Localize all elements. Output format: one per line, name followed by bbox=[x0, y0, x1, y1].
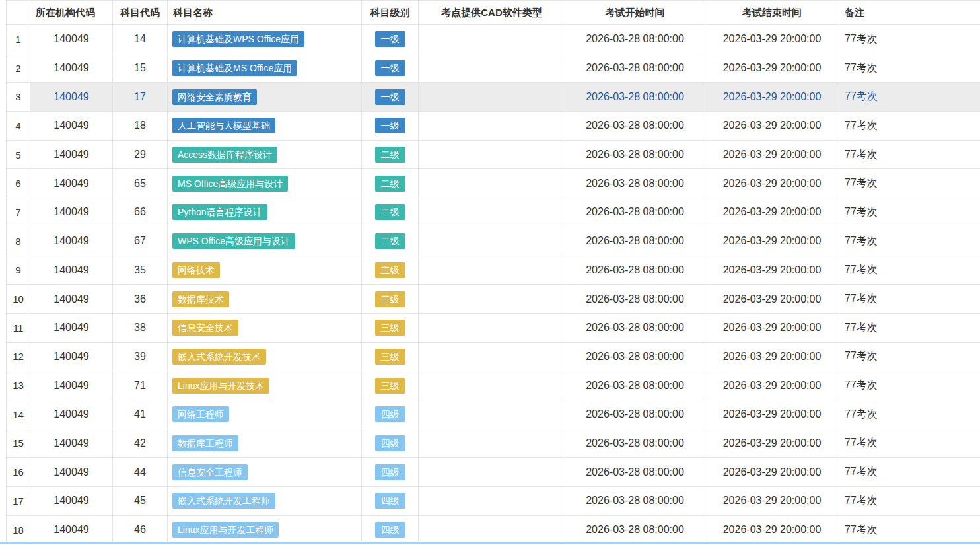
note-cell: 77考次 bbox=[839, 112, 980, 141]
subject-name-badge[interactable]: 信息安全工程师 bbox=[172, 464, 248, 480]
col-header-subject-level: 科目级别 bbox=[362, 1, 419, 25]
table-row[interactable]: 7 140049 66 Python语言程序设计 二级 2026-03-28 0… bbox=[7, 198, 980, 227]
cad-type-cell bbox=[419, 515, 565, 544]
note-cell: 77考次 bbox=[839, 285, 980, 314]
subject-code-cell: 44 bbox=[113, 458, 168, 487]
subject-code-cell: 15 bbox=[113, 54, 168, 83]
subject-name-badge[interactable]: Linux应用与开发技术 bbox=[172, 378, 269, 394]
cad-type-cell bbox=[419, 169, 565, 198]
table-row[interactable]: 6 140049 65 MS Office高级应用与设计 二级 2026-03-… bbox=[7, 169, 980, 198]
subject-level-badge: 三级 bbox=[375, 291, 405, 307]
subject-name-badge[interactable]: 计算机基础及MS Office应用 bbox=[172, 60, 297, 76]
subject-code-cell: 38 bbox=[113, 313, 168, 342]
subject-name-badge[interactable]: 数据库工程师 bbox=[172, 435, 238, 451]
col-header-row-num bbox=[7, 1, 30, 25]
end-time-cell: 2026-03-29 20:00:00 bbox=[705, 83, 839, 112]
org-code-cell: 140049 bbox=[30, 515, 113, 544]
table-row[interactable]: 15 140049 42 数据库工程师 四级 2026-03-28 08:00:… bbox=[7, 429, 980, 458]
cad-type-cell bbox=[419, 112, 565, 141]
org-code-cell: 140049 bbox=[30, 140, 113, 169]
subject-name-badge[interactable]: Python语言程序设计 bbox=[172, 204, 267, 220]
end-time-cell: 2026-03-29 20:00:00 bbox=[705, 429, 839, 458]
row-number: 15 bbox=[7, 429, 30, 458]
start-time-cell: 2026-03-28 08:00:00 bbox=[565, 169, 705, 198]
table-row[interactable]: 8 140049 67 WPS Office高级应用与设计 二级 2026-03… bbox=[7, 227, 980, 256]
table-row[interactable]: 4 140049 18 人工智能与大模型基础 一级 2026-03-28 08:… bbox=[7, 112, 980, 141]
table-row[interactable]: 17 140049 45 嵌入式系统开发工程师 四级 2026-03-28 08… bbox=[7, 487, 980, 516]
start-time-cell: 2026-03-28 08:00:00 bbox=[565, 342, 705, 371]
table-row[interactable]: 10 140049 36 数据库技术 三级 2026-03-28 08:00:0… bbox=[7, 285, 980, 314]
subject-level-badge: 一级 bbox=[375, 31, 405, 47]
org-code-cell: 140049 bbox=[30, 169, 113, 198]
cad-type-cell bbox=[419, 371, 565, 400]
cad-type-cell bbox=[419, 140, 565, 169]
note-cell: 77考次 bbox=[839, 342, 980, 371]
start-time-cell: 2026-03-28 08:00:00 bbox=[565, 227, 705, 256]
subject-name-badge[interactable]: 网络安全素质教育 bbox=[172, 89, 257, 105]
start-time-cell: 2026-03-28 08:00:00 bbox=[565, 112, 705, 141]
subject-name-badge[interactable]: 嵌入式系统开发工程师 bbox=[172, 493, 275, 509]
subject-name-badge[interactable]: MS Office高级应用与设计 bbox=[172, 176, 288, 192]
org-code-cell: 140049 bbox=[30, 256, 113, 285]
subject-name-badge[interactable]: 信息安全技术 bbox=[172, 320, 238, 336]
subject-name-badge[interactable]: 数据库技术 bbox=[172, 291, 229, 307]
table-row[interactable]: 18 140049 46 Linux应用与开发工程师 四级 2026-03-28… bbox=[7, 515, 980, 544]
row-number: 4 bbox=[7, 112, 30, 141]
subject-name-badge[interactable]: 计算机基础及WPS Office应用 bbox=[172, 31, 304, 47]
cad-type-cell bbox=[419, 198, 565, 227]
subject-name-badge[interactable]: Linux应用与开发工程师 bbox=[172, 522, 279, 538]
org-code-cell: 140049 bbox=[30, 313, 113, 342]
note-cell: 77考次 bbox=[839, 256, 980, 285]
org-code-cell: 140049 bbox=[30, 227, 113, 256]
subject-level-badge: 一级 bbox=[375, 118, 405, 133]
table-row[interactable]: 5 140049 29 Access数据库程序设计 二级 2026-03-28 … bbox=[7, 140, 980, 169]
row-number: 3 bbox=[7, 83, 30, 112]
subject-level-badge: 三级 bbox=[375, 320, 405, 336]
subject-level-badge: 四级 bbox=[375, 464, 405, 480]
subject-level-badge: 二级 bbox=[375, 147, 405, 163]
table-row[interactable]: 2 140049 15 计算机基础及MS Office应用 一级 2026-03… bbox=[7, 54, 980, 83]
subject-name-badge[interactable]: 网络工程师 bbox=[172, 406, 229, 422]
start-time-cell: 2026-03-28 08:00:00 bbox=[565, 25, 705, 54]
table-row[interactable]: 12 140049 39 嵌入式系统开发技术 三级 2026-03-28 08:… bbox=[7, 342, 980, 371]
table-row[interactable]: 11 140049 38 信息安全技术 三级 2026-03-28 08:00:… bbox=[7, 313, 980, 342]
end-time-cell: 2026-03-29 20:00:00 bbox=[705, 54, 839, 83]
cad-type-cell bbox=[419, 227, 565, 256]
subject-name-badge[interactable]: 网络技术 bbox=[172, 262, 220, 278]
note-cell: 77考次 bbox=[839, 169, 980, 198]
cad-type-cell bbox=[419, 54, 565, 83]
table-row[interactable]: 16 140049 44 信息安全工程师 四级 2026-03-28 08:00… bbox=[7, 458, 980, 487]
org-code-cell: 140049 bbox=[30, 342, 113, 371]
table-row[interactable]: 1 140049 14 计算机基础及WPS Office应用 一级 2026-0… bbox=[7, 25, 980, 54]
subject-name-badge[interactable]: Access数据库程序设计 bbox=[172, 147, 277, 163]
org-code-cell: 140049 bbox=[30, 429, 113, 458]
subject-name-badge[interactable]: WPS Office高级应用与设计 bbox=[172, 233, 295, 249]
table-row[interactable]: 9 140049 35 网络技术 三级 2026-03-28 08:00:00 … bbox=[7, 256, 980, 285]
subject-code-cell: 39 bbox=[113, 342, 168, 371]
subject-level-badge: 三级 bbox=[375, 378, 405, 394]
end-time-cell: 2026-03-29 20:00:00 bbox=[705, 515, 839, 544]
subject-name-badge[interactable]: 人工智能与大模型基础 bbox=[172, 118, 275, 133]
note-cell: 77考次 bbox=[839, 515, 980, 544]
subject-name-badge[interactable]: 嵌入式系统开发技术 bbox=[172, 349, 266, 365]
row-number: 9 bbox=[7, 256, 30, 285]
subject-level-badge: 四级 bbox=[375, 406, 405, 422]
row-number: 12 bbox=[7, 342, 30, 371]
row-number: 13 bbox=[7, 371, 30, 400]
horizontal-scrollbar[interactable] bbox=[0, 542, 980, 544]
note-cell: 77考次 bbox=[839, 458, 980, 487]
start-time-cell: 2026-03-28 08:00:00 bbox=[565, 515, 705, 544]
row-number: 17 bbox=[7, 487, 30, 516]
table-row[interactable]: 3 140049 17 网络安全素质教育 一级 2026-03-28 08:00… bbox=[7, 83, 980, 112]
col-header-end-time: 考试结束时间 bbox=[705, 1, 839, 25]
table-row[interactable]: 14 140049 41 网络工程师 四级 2026-03-28 08:00:0… bbox=[7, 400, 980, 429]
subject-code-cell: 46 bbox=[113, 515, 168, 544]
row-number: 16 bbox=[7, 458, 30, 487]
cad-type-cell bbox=[419, 285, 565, 314]
subject-code-cell: 17 bbox=[113, 83, 168, 112]
cad-type-cell bbox=[419, 342, 565, 371]
org-code-cell: 140049 bbox=[30, 54, 113, 83]
row-number: 6 bbox=[7, 169, 30, 198]
table-row[interactable]: 13 140049 71 Linux应用与开发技术 三级 2026-03-28 … bbox=[7, 371, 980, 400]
note-cell: 77考次 bbox=[839, 429, 980, 458]
